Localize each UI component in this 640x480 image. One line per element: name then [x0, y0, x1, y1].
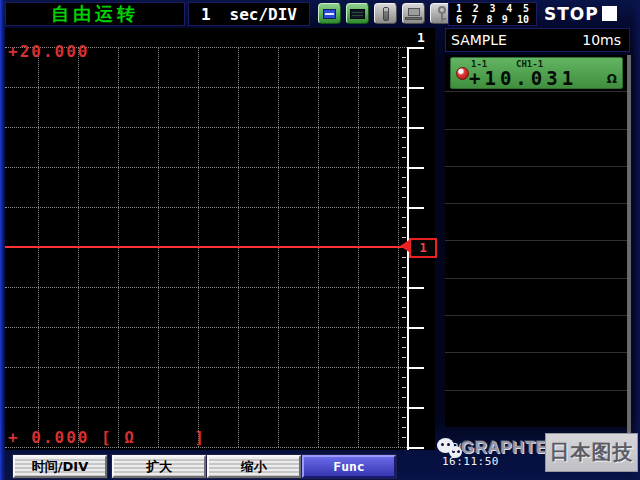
ch-num: 8 — [486, 14, 492, 25]
scale-tick — [409, 127, 424, 129]
grid-line-h — [5, 167, 407, 168]
scale-tick — [409, 367, 424, 369]
ch-num: 3 — [489, 3, 495, 14]
scale-tick — [402, 257, 406, 258]
ch-num: 2 — [473, 3, 479, 14]
scale-tick — [402, 57, 406, 58]
channel-row-empty — [445, 130, 627, 167]
scale-tick — [402, 177, 406, 178]
y-min-unit-label: + 0.000 [ Ω ] — [8, 428, 206, 447]
run-mode-label: 自由运转 — [51, 2, 139, 26]
watermark-cn-text: 日本图技 — [550, 439, 634, 466]
scale-tick — [402, 357, 406, 358]
display-line — [352, 12, 363, 13]
scale-tick — [402, 67, 406, 68]
scale-tick — [402, 237, 406, 238]
channel-row-empty — [445, 391, 627, 427]
usb-stick-cap — [384, 8, 388, 11]
scale-tick — [402, 227, 406, 228]
display-icon — [346, 3, 369, 24]
channel-readout-box[interactable]: 1-1 CH1-1 +10.031 Ω — [450, 57, 623, 89]
channel-row-empty — [445, 241, 627, 278]
memory-card-icon — [318, 3, 341, 24]
scale-tick — [402, 377, 406, 378]
scale-tick — [402, 77, 406, 78]
scale-tick — [402, 267, 406, 268]
scale-tick — [409, 47, 424, 49]
zoom-out-button-label: 缩小 — [241, 458, 267, 476]
timebase-value: 1 — [201, 5, 211, 24]
scale-tick — [402, 437, 406, 438]
scale-tick — [409, 207, 424, 209]
time-div-button[interactable]: 时间/DIV — [13, 455, 107, 478]
ch-num: 7 — [471, 14, 477, 25]
ch-num: 1 — [456, 3, 462, 14]
channel-row-active[interactable]: 1-1 CH1-1 +10.031 Ω — [445, 55, 627, 92]
y-max-label: +20.000 — [8, 42, 89, 61]
record-indicator-icon — [456, 67, 469, 80]
trace-marker-arrow — [400, 240, 409, 252]
key-tooth-glyph — [443, 18, 446, 20]
channel-row-empty — [445, 167, 627, 204]
scale-tick — [409, 287, 424, 289]
grid-line-h — [5, 327, 407, 328]
sample-value: 10ms — [582, 32, 621, 48]
channel-row-empty — [445, 316, 627, 353]
scale-tick — [409, 327, 424, 329]
usb-stick-icon — [374, 3, 397, 24]
scale-tick — [402, 137, 406, 138]
zoom-in-button[interactable]: 扩大 — [112, 455, 206, 478]
channel-unit: Ω — [607, 72, 617, 86]
ch-num: 5 — [523, 3, 529, 14]
sample-label: SAMPLE — [451, 32, 507, 48]
scale-tick — [402, 117, 406, 118]
pc-screen-glyph — [408, 8, 420, 16]
channel1-trace — [5, 246, 408, 248]
scale-tick — [402, 107, 406, 108]
func-button[interactable]: Func — [302, 455, 396, 478]
scale-tick — [409, 87, 424, 89]
media-icon-strip — [318, 3, 453, 24]
waveform-plot: +20.000 + 0.000 [ Ω ] 1 1 — [5, 28, 435, 450]
ch-num: 6 — [456, 14, 462, 25]
zoom-out-button[interactable]: 缩小 — [207, 455, 301, 478]
grid-line-h — [5, 407, 407, 408]
scale-tick — [402, 297, 406, 298]
scale-tick — [402, 417, 406, 418]
channel-row-empty — [445, 204, 627, 241]
scale-tick — [402, 427, 406, 428]
scale-tick — [409, 447, 424, 449]
grid-line-h — [5, 367, 407, 368]
channel-row-empty — [445, 279, 627, 316]
memory-card-slot — [325, 13, 334, 15]
scale-tick — [402, 157, 406, 158]
scale-channel-label: 1 — [417, 30, 425, 45]
channel-panel-scrollbar[interactable] — [627, 55, 631, 440]
display-glyph — [350, 9, 365, 19]
ch-num: 9 — [502, 14, 508, 25]
ch-num: 4 — [506, 3, 512, 14]
func-button-label: Func — [333, 459, 364, 474]
scale-tick — [402, 347, 406, 348]
timebase-indicator: 1 sec/DIV — [188, 2, 310, 26]
stop-status-label: STOP — [544, 4, 599, 24]
channel-list-panel: 1-1 CH1-1 +10.031 Ω — [445, 55, 627, 427]
channel-row-empty — [445, 92, 627, 129]
grid-line-h — [5, 207, 407, 208]
ch-num: 10 — [517, 14, 529, 25]
channel-value: +10.031 — [469, 67, 577, 89]
stop-indicator-square — [602, 6, 617, 21]
scale-tick — [402, 187, 406, 188]
scale-tick — [402, 317, 406, 318]
grid-line-h — [5, 87, 407, 88]
scale-tick — [402, 147, 406, 148]
trace-marker[interactable]: 1 — [409, 238, 437, 258]
scale-tick — [409, 407, 424, 409]
display-line2 — [352, 15, 363, 16]
watermark-cn-box: 日本图技 — [545, 433, 638, 472]
zoom-in-button-label: 扩大 — [146, 458, 172, 476]
device-screen: 自由运转 1 sec/DIV 1 2 — [0, 0, 640, 480]
scale-tick — [402, 277, 406, 278]
pc-base-glyph — [405, 17, 422, 20]
channel-numbers-top: 1 2 3 4 5 — [456, 3, 529, 14]
